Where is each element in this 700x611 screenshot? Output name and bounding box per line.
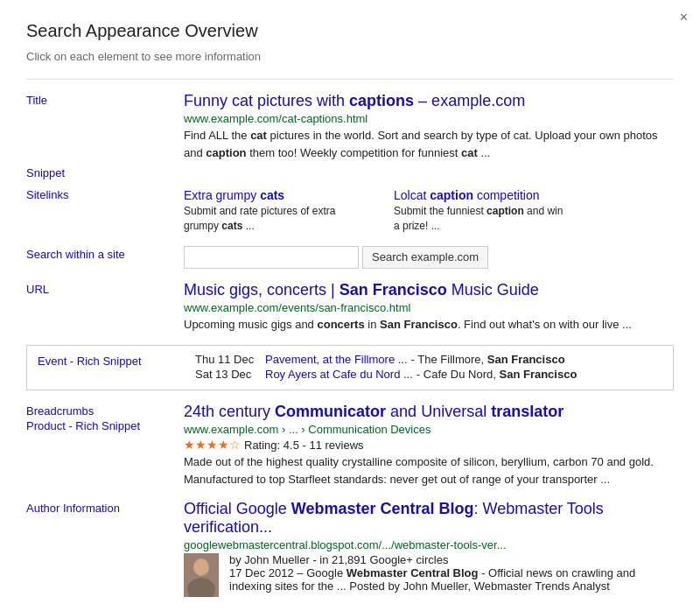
product-section: Breadcrumbs Product - Rich Snippet 24th … [26, 403, 674, 488]
url-title-2: | [326, 281, 340, 298]
author-title-link[interactable]: Official Google Webmaster Central Blog: … [184, 500, 604, 536]
sitelinks-section: Sitelinks Extra grumpy cats Submit and r… [26, 186, 674, 234]
product-stars: ★★★★☆ [184, 438, 241, 452]
result-url: www.example.com/cat-captions.html [184, 112, 674, 125]
breadcrumbs-label[interactable]: Breadcrumbs [26, 404, 184, 418]
title-part4: – example.com [414, 92, 525, 109]
sitelink-1-part2: caption [430, 188, 473, 202]
product-label[interactable]: Product - Rich Snippet [26, 419, 184, 432]
sitelinks-list: Extra grumpy cats Submit and rate pictur… [184, 188, 674, 234]
title-part1: Funny cat [184, 92, 253, 109]
sitelink-1-part1: Lolcat [394, 188, 426, 202]
event-label[interactable]: Event - Rich Snippet [38, 353, 195, 368]
author-snippet1: – Google [297, 566, 343, 579]
sitelink-desc-1: Submit the funniest caption and win a pr… [394, 204, 569, 234]
url-title-1: Music gigs, concerts [184, 281, 326, 298]
event-sep-0: - The Fillmore, San Francisco [411, 353, 565, 366]
result-title: Funny cat pictures with captions – examp… [184, 92, 674, 110]
event-date-1: Sat 13 Dec [195, 368, 265, 381]
result-snippet: Find ALL the cat pictures in the world. … [184, 127, 674, 161]
prod-t1: 24th century [184, 403, 270, 420]
event-link-anchor-0[interactable]: Pavement, at the Fillmore ... [265, 353, 408, 366]
svg-point-3 [195, 560, 207, 574]
sitelink-desc-0: Submit and rate pictures of extra grumpy… [184, 204, 359, 234]
event-section: Event - Rich Snippet Thu 11 Dec Pavement… [26, 345, 674, 390]
url-title-4: Music Guide [447, 281, 539, 298]
prod-t3: and Universal [386, 403, 486, 420]
product-labels: Breadcrumbs Product - Rich Snippet [26, 403, 184, 432]
author-label[interactable]: Author Information [26, 500, 184, 515]
event-date-0: Thu 11 Dec [195, 353, 265, 366]
event-item-1: Sat 13 Dec Roy Ayers at Cafe du Nord ...… [195, 368, 662, 381]
prod-t2: Communicator [275, 403, 386, 420]
product-content: 24th century Communicator and Universal … [184, 403, 674, 488]
title-part2: pictures with [253, 92, 349, 109]
author-snippet: 17 Dec 2012 – Google Webmaster Central B… [229, 566, 674, 593]
event-content: Thu 11 Dec Pavement, at the Fillmore ...… [195, 353, 662, 383]
title-part3: captions [349, 92, 414, 109]
url-result-snippet: Upcoming music gigs and concerts in San … [184, 316, 674, 334]
author-content: Official Google Webmaster Central Blog: … [184, 500, 674, 597]
snippet-label[interactable]: Snippet [26, 165, 184, 179]
product-result-title: 24th century Communicator and Universal … [184, 403, 674, 421]
url-title-3: San Francisco [340, 281, 447, 298]
event-link-1: Roy Ayers at Cafe du Nord ... [265, 368, 413, 381]
search-appearance-dialog: × Search Appearance Overview Click on ea… [0, 0, 700, 611]
sitelink-0-part1: Extra grumpy [184, 188, 256, 202]
author-url: googlewebmastercentral.blogspot.com/.../… [184, 538, 674, 551]
snippet-section: Snippet [26, 165, 674, 179]
close-button[interactable]: × [680, 11, 688, 25]
url-result-link[interactable]: Music gigs, concerts | San Francisco Mus… [184, 281, 539, 298]
product-snippet: Made out of the highest quality crystall… [184, 453, 674, 488]
title-content: Funny cat pictures with captions – examp… [184, 92, 674, 161]
result-title-link[interactable]: Funny cat pictures with captions – examp… [184, 92, 525, 109]
url-label[interactable]: URL [26, 281, 184, 296]
search-within-button[interactable]: Search example.com [362, 246, 488, 269]
search-within-content: Search example.com [184, 246, 674, 269]
event-sep-1: - Cafe Du Nord, San Francisco [416, 368, 578, 381]
search-within-label[interactable]: Search within a site [26, 246, 184, 261]
sitelinks-label[interactable]: Sitelinks [26, 186, 184, 201]
url-result-url: www.example.com/events/san-francisco.htm… [184, 301, 674, 314]
sitelink-item-1: Lolcat caption competition Submit the fu… [394, 188, 569, 234]
title-label[interactable]: Title [26, 92, 184, 107]
sitelink-1-part3: competition [473, 188, 539, 202]
search-within-section: Search within a site Search example.com [26, 246, 674, 269]
author-text: by John Mueller - in 21,891 Google+ circ… [229, 553, 674, 593]
author-section: Author Information Official Google Webma… [26, 500, 674, 597]
auth-t2: Webmaster Central Blog [291, 500, 474, 517]
title-section: Title Funny cat pictures with captions –… [26, 92, 674, 161]
product-title-link[interactable]: 24th century Communicator and Universal … [184, 403, 564, 420]
product-rating-row: ★★★★☆ Rating: 4.5 - 11 reviews [184, 438, 674, 452]
prod-t4: translator [491, 403, 564, 420]
author-by: by John Mueller - in 21,891 Google+ circ… [229, 553, 674, 566]
divider [26, 79, 674, 80]
author-result-title: Official Google Webmaster Central Blog: … [184, 500, 674, 537]
author-snippet2: Webmaster Central Blog [346, 566, 479, 579]
url-section: URL Music gigs, concerts | San Francisco… [26, 281, 674, 334]
event-link-0: Pavement, at the Fillmore ... [265, 353, 408, 366]
author-avatar [184, 553, 219, 597]
url-result-title: Music gigs, concerts | San Francisco Mus… [184, 281, 674, 299]
auth-t1: Official Google [184, 500, 287, 517]
sitelink-link-1[interactable]: Lolcat caption competition [394, 188, 540, 202]
event-link-anchor-1[interactable]: Roy Ayers at Cafe du Nord ... [265, 368, 413, 381]
product-bc-url: www.example.com › ... › Communication De… [184, 423, 674, 436]
url-content: Music gigs, concerts | San Francisco Mus… [184, 281, 674, 334]
sitelinks-content: Extra grumpy cats Submit and rate pictur… [184, 186, 674, 234]
event-row-wrapper: Event - Rich Snippet Thu 11 Dec Pavement… [38, 353, 662, 383]
sitelink-link-0[interactable]: Extra grumpy cats [184, 188, 284, 202]
search-within-form: Search example.com [184, 246, 674, 269]
author-date: 17 Dec 2012 [229, 566, 294, 579]
event-item-0: Thu 11 Dec Pavement, at the Fillmore ...… [195, 353, 662, 366]
author-block: by John Mueller - in 21,891 Google+ circ… [184, 553, 674, 597]
product-rating-text: Rating: 4.5 - 11 reviews [244, 439, 364, 452]
dialog-subtitle: Click on each element to see more inform… [26, 50, 674, 63]
dialog-title: Search Appearance Overview [26, 21, 674, 41]
sitelink-item-0: Extra grumpy cats Submit and rate pictur… [184, 188, 359, 234]
search-within-input[interactable] [184, 246, 359, 269]
sitelink-0-part2: cats [256, 188, 284, 202]
